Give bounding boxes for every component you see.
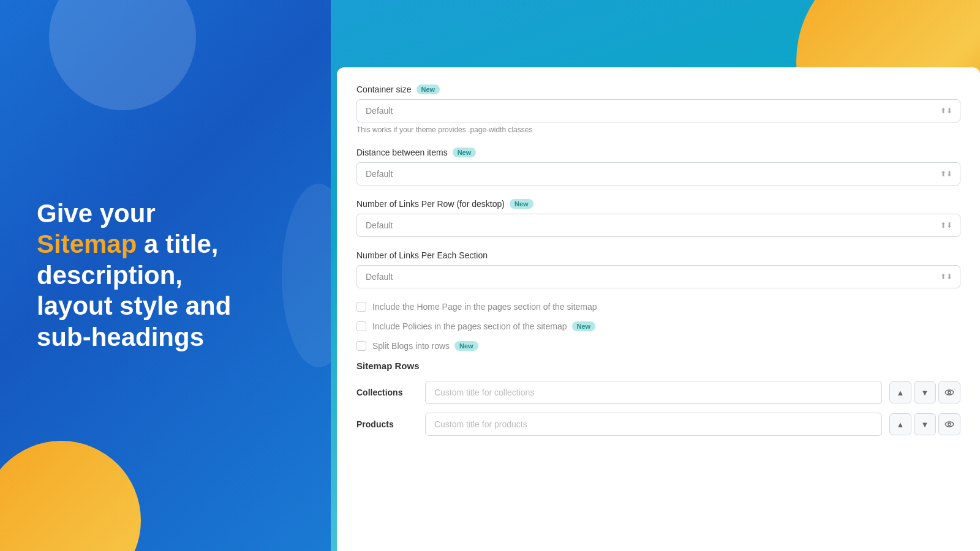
svg-point-3 xyxy=(948,423,951,425)
checkbox-policies[interactable] xyxy=(356,321,366,331)
collections-actions: ▲ ▼ xyxy=(889,381,960,403)
links-per-row-select[interactable]: Default xyxy=(357,214,960,236)
checkbox-homepage[interactable] xyxy=(356,302,366,312)
products-actions: ▲ ▼ xyxy=(889,413,960,435)
sitemap-rows-title: Sitemap Rows xyxy=(356,361,960,371)
products-row: Products ▲ ▼ xyxy=(356,413,960,436)
links-per-row-badge: New xyxy=(510,199,533,209)
hero-text: Give your Sitemap a title, description, … xyxy=(37,198,231,353)
links-per-section-select-wrapper[interactable]: Default ⬆⬇ xyxy=(356,265,960,288)
checkbox-policies-badge: New xyxy=(572,321,596,331)
collections-up-button[interactable]: ▲ xyxy=(889,381,911,403)
checkbox-policies-label: Include Policies in the pages section of… xyxy=(372,321,595,331)
links-per-section-label: Number of Links Per Each Section xyxy=(356,250,960,260)
right-panel: Container size New Default ⬆⬇ This works… xyxy=(331,0,980,551)
distance-badge: New xyxy=(453,148,477,157)
container-size-badge: New xyxy=(417,84,440,94)
container-size-group: Container size New Default ⬆⬇ This works… xyxy=(356,84,960,134)
products-down-button[interactable]: ▼ xyxy=(914,413,936,435)
distance-select-wrapper[interactable]: Default ⬆⬇ xyxy=(356,162,960,186)
collections-visibility-button[interactable] xyxy=(938,381,960,403)
container-size-select-wrapper[interactable]: Default ⬆⬇ xyxy=(356,99,960,122)
products-input[interactable] xyxy=(425,413,882,436)
svg-point-2 xyxy=(945,422,953,427)
links-per-row-select-wrapper[interactable]: Default ⬆⬇ xyxy=(356,214,960,237)
svg-point-1 xyxy=(948,391,951,394)
products-up-button[interactable]: ▲ xyxy=(889,413,911,435)
checkbox-policies-group: Include Policies in the pages section of… xyxy=(356,321,960,331)
checkbox-homepage-group: Include the Home Page in the pages secti… xyxy=(356,302,960,312)
links-per-row-label: Number of Links Per Row (for desktop) Ne… xyxy=(356,199,960,209)
checkbox-blogs-badge: New xyxy=(454,341,478,351)
checkbox-blogs[interactable] xyxy=(356,341,366,351)
products-visibility-button[interactable] xyxy=(938,413,960,435)
hero-heading: Give your Sitemap a title, description, … xyxy=(37,198,231,353)
links-per-section-select[interactable]: Default xyxy=(357,266,960,288)
checkbox-blogs-label: Split Blogs into rows New xyxy=(372,341,478,351)
checkbox-blogs-group: Split Blogs into rows New xyxy=(356,341,960,351)
eye-icon xyxy=(944,419,954,429)
circle-decoration-bottom xyxy=(0,441,141,551)
collections-input[interactable] xyxy=(425,381,882,404)
links-per-row-group: Number of Links Per Row (for desktop) Ne… xyxy=(356,199,960,237)
products-row-label: Products xyxy=(356,419,418,429)
left-panel: Give your Sitemap a title, description, … xyxy=(0,0,331,551)
container-size-select[interactable]: Default xyxy=(357,100,960,122)
settings-card: Container size New Default ⬆⬇ This works… xyxy=(337,67,980,551)
distance-group: Distance between items New Default ⬆⬇ xyxy=(356,148,960,186)
circle-decoration-top xyxy=(49,0,196,110)
checkbox-homepage-label: Include the Home Page in the pages secti… xyxy=(372,302,597,312)
collections-row: Collections ▲ ▼ xyxy=(356,381,960,404)
container-size-hint: This works if your theme provides .page-… xyxy=(356,126,960,134)
distance-select[interactable]: Default xyxy=(357,163,960,185)
settings-content: Container size New Default ⬆⬇ This works… xyxy=(337,67,980,462)
container-size-label: Container size New xyxy=(356,84,960,94)
svg-point-0 xyxy=(945,390,953,395)
collections-down-button[interactable]: ▼ xyxy=(914,381,936,403)
distance-label: Distance between items New xyxy=(356,148,960,157)
eye-icon xyxy=(944,388,954,397)
circle-decoration-mid xyxy=(282,184,331,367)
links-per-section-group: Number of Links Per Each Section Default… xyxy=(356,250,960,288)
collections-row-label: Collections xyxy=(356,388,418,397)
